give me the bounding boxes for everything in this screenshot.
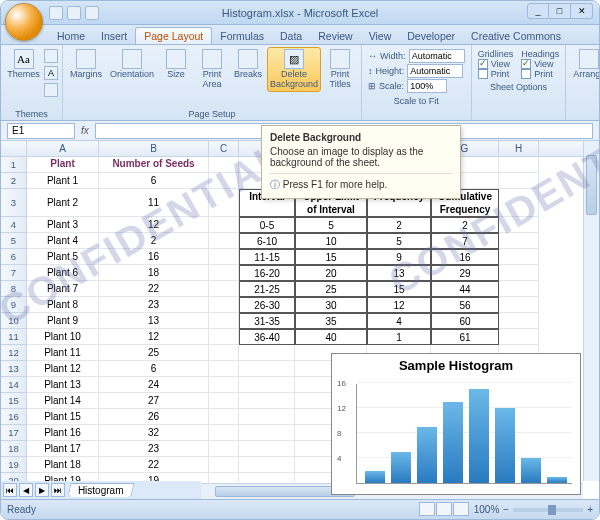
cell[interactable]: Plant 15 <box>27 409 99 425</box>
col-header-h[interactable]: H <box>499 141 539 156</box>
row-header[interactable]: 17 <box>1 425 27 441</box>
cell[interactable]: 2 <box>99 233 209 249</box>
cell[interactable]: 15 <box>367 281 431 297</box>
col-header-b[interactable]: B <box>99 141 209 156</box>
cell[interactable] <box>499 217 539 233</box>
theme-colors-icon[interactable] <box>44 49 58 63</box>
chart-sample-histogram[interactable]: Sample Histogram 481216 <box>331 353 581 495</box>
cell[interactable]: 23 <box>99 441 209 457</box>
cell[interactable]: 12 <box>367 297 431 313</box>
cell[interactable]: Plant <box>27 157 99 173</box>
themes-button[interactable]: Aa Themes <box>5 47 42 82</box>
cell[interactable]: Plant 3 <box>27 217 99 233</box>
col-header-a[interactable]: A <box>27 141 99 156</box>
sheet-nav-last-icon[interactable]: ⏭ <box>51 483 65 497</box>
cell[interactable]: Number of Seeds <box>99 157 209 173</box>
cell[interactable]: 5 <box>367 233 431 249</box>
qat-redo-icon[interactable] <box>85 6 99 20</box>
cell[interactable]: 11-15 <box>239 249 295 265</box>
tab-formulas[interactable]: Formulas <box>212 28 272 44</box>
view-layout-icon[interactable] <box>436 502 452 516</box>
cell[interactable]: 6 <box>99 173 209 189</box>
cell[interactable]: 35 <box>295 313 367 329</box>
cell[interactable]: 0-5 <box>239 217 295 233</box>
cell[interactable]: 11 <box>99 189 209 217</box>
row-header[interactable]: 14 <box>1 377 27 393</box>
row-header[interactable]: 19 <box>1 457 27 473</box>
office-button[interactable] <box>5 3 43 41</box>
headings-print-check[interactable] <box>521 69 531 79</box>
cell[interactable]: 26-30 <box>239 297 295 313</box>
row-header[interactable]: 10 <box>1 313 27 329</box>
tab-data[interactable]: Data <box>272 28 310 44</box>
cell[interactable]: 23 <box>99 297 209 313</box>
cell[interactable]: 26 <box>99 409 209 425</box>
cell[interactable] <box>209 233 239 249</box>
cell[interactable]: 29 <box>431 265 499 281</box>
cell[interactable] <box>209 441 239 457</box>
print-titles-button[interactable]: Print Titles <box>323 47 357 92</box>
col-header-c[interactable]: C <box>209 141 239 156</box>
row-header[interactable]: 6 <box>1 249 27 265</box>
row-header[interactable]: 12 <box>1 345 27 361</box>
cell[interactable]: 16 <box>99 249 209 265</box>
cell[interactable] <box>209 249 239 265</box>
minimize-button[interactable]: _ <box>527 3 549 19</box>
cell[interactable] <box>499 233 539 249</box>
cell[interactable]: 2 <box>367 217 431 233</box>
cell[interactable]: 13 <box>367 265 431 281</box>
cell[interactable]: 40 <box>295 329 367 345</box>
cell[interactable] <box>209 281 239 297</box>
cell[interactable]: 1 <box>367 329 431 345</box>
fx-icon[interactable]: fx <box>81 125 89 136</box>
cell[interactable]: 44 <box>431 281 499 297</box>
cell[interactable]: 56 <box>431 297 499 313</box>
cell[interactable]: Plant 10 <box>27 329 99 345</box>
cell[interactable]: 22 <box>99 457 209 473</box>
qat-save-icon[interactable] <box>49 6 63 20</box>
row-header[interactable]: 7 <box>1 265 27 281</box>
cell[interactable]: Plant 9 <box>27 313 99 329</box>
cell[interactable]: 10 <box>295 233 367 249</box>
cell[interactable] <box>499 265 539 281</box>
cell[interactable] <box>209 345 239 361</box>
cell[interactable]: Plant 8 <box>27 297 99 313</box>
cell[interactable]: 6 <box>99 361 209 377</box>
cell[interactable]: 24 <box>99 377 209 393</box>
name-box[interactable]: E1 <box>7 123 75 139</box>
row-header[interactable]: 9 <box>1 297 27 313</box>
tab-insert[interactable]: Insert <box>93 28 135 44</box>
size-button[interactable]: Size <box>159 47 193 82</box>
sheet-nav-prev-icon[interactable]: ◀ <box>19 483 33 497</box>
cell[interactable]: Plant 14 <box>27 393 99 409</box>
cell[interactable]: 9 <box>367 249 431 265</box>
cell[interactable]: Plant 16 <box>27 425 99 441</box>
view-break-icon[interactable] <box>453 502 469 516</box>
cell[interactable] <box>209 173 239 189</box>
cell[interactable]: 61 <box>431 329 499 345</box>
cell[interactable] <box>209 393 239 409</box>
zoom-slider[interactable] <box>513 508 583 512</box>
scale-width-input[interactable] <box>409 49 465 63</box>
cell[interactable]: 32 <box>99 425 209 441</box>
cell[interactable] <box>239 409 295 425</box>
cell[interactable] <box>239 345 295 361</box>
scale-pct-input[interactable] <box>407 79 447 93</box>
margins-button[interactable]: Margins <box>67 47 105 82</box>
sheet-nav-first-icon[interactable]: ⏮ <box>3 483 17 497</box>
cell[interactable]: 27 <box>99 393 209 409</box>
cell[interactable]: 21-25 <box>239 281 295 297</box>
tab-developer[interactable]: Developer <box>399 28 463 44</box>
row-header[interactable]: 8 <box>1 281 27 297</box>
cell[interactable] <box>239 441 295 457</box>
cell[interactable] <box>239 457 295 473</box>
cell[interactable]: 5 <box>295 217 367 233</box>
cell[interactable]: 15 <box>295 249 367 265</box>
scale-height-input[interactable] <box>407 64 463 78</box>
row-header[interactable]: 18 <box>1 441 27 457</box>
gridlines-print-check[interactable] <box>478 69 488 79</box>
theme-effects-icon[interactable] <box>44 83 58 97</box>
cell[interactable] <box>239 377 295 393</box>
cell[interactable] <box>239 425 295 441</box>
qat-undo-icon[interactable] <box>67 6 81 20</box>
